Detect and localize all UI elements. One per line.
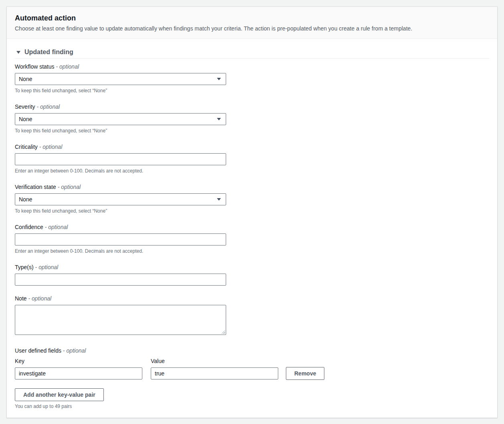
workflow-status-label: Workflow status - optional	[15, 63, 489, 70]
criticality-hint: Enter an integer between 0-100. Decimals…	[15, 168, 489, 174]
key-label: Key	[15, 358, 142, 365]
optional-tag: - optional	[58, 184, 81, 190]
remove-button[interactable]: Remove	[286, 367, 324, 380]
selected-value: None	[19, 116, 32, 122]
user-defined-fields-section: User defined fields - optional Key Value…	[15, 347, 489, 410]
field-label-text: Type(s)	[15, 264, 34, 270]
page-title: Automated action	[15, 14, 489, 22]
confidence-field: Confidence - optional Enter an integer b…	[15, 224, 489, 254]
panel-description: Choose at least one finding value to upd…	[15, 25, 489, 32]
updated-finding-expander[interactable]: Updated finding	[15, 49, 489, 56]
optional-tag: - optional	[36, 103, 60, 110]
field-label-text: Verification state	[15, 184, 56, 190]
criticality-label: Criticality - optional	[15, 144, 489, 150]
caret-down-icon	[217, 198, 221, 201]
note-textarea-wrap	[15, 305, 226, 335]
key-column: Key	[15, 358, 142, 379]
types-label: Type(s) - optional	[15, 264, 489, 271]
value-column: Value	[151, 358, 278, 379]
types-input[interactable]	[15, 274, 226, 286]
optional-tag: - optional	[28, 295, 51, 302]
field-label-text: Confidence	[15, 224, 43, 230]
panel-body: Updated finding Workflow status - option…	[7, 39, 497, 418]
severity-field: Severity - optional None To keep this fi…	[15, 103, 489, 134]
workflow-status-hint: To keep this field unchanged, select “No…	[15, 88, 489, 94]
optional-tag: - optional	[56, 63, 79, 70]
verification-state-hint: To keep this field unchanged, select “No…	[15, 208, 489, 214]
automated-action-panel: Automated action Choose at least one fin…	[6, 6, 498, 418]
note-textarea[interactable]	[15, 305, 226, 335]
panel-header: Automated action Choose at least one fin…	[7, 7, 497, 39]
confidence-input[interactable]	[15, 233, 226, 245]
severity-label: Severity - optional	[15, 103, 489, 110]
severity-hint: To keep this field unchanged, select “No…	[15, 128, 489, 134]
pairs-limit-hint: You can add up to 49 pairs	[15, 404, 489, 410]
workflow-status-field: Workflow status - optional None To keep …	[15, 63, 489, 94]
workflow-status-select[interactable]: None	[15, 73, 226, 85]
field-label-text: Workflow status	[15, 63, 55, 70]
caret-down-icon	[16, 51, 20, 54]
key-value-row: Key Value Remove	[15, 358, 489, 379]
criticality-input[interactable]	[15, 153, 226, 165]
key-input[interactable]	[15, 367, 142, 379]
page: { "panel": { "title": "Automated action"…	[0, 0, 504, 424]
verification-state-label: Verification state - optional	[15, 184, 489, 191]
value-input[interactable]	[151, 367, 278, 379]
field-label-text: User defined fields	[15, 347, 61, 354]
confidence-hint: Enter an integer between 0-100. Decimals…	[15, 248, 489, 254]
optional-tag: - optional	[45, 224, 68, 230]
verification-state-select[interactable]: None	[15, 193, 226, 205]
add-key-value-pair-button[interactable]: Add another key-value pair	[15, 388, 104, 401]
optional-tag: - optional	[63, 347, 86, 354]
section-divider	[15, 58, 489, 59]
types-field: Type(s) - optional	[15, 264, 489, 286]
selected-value: None	[19, 196, 32, 203]
caret-down-icon	[217, 78, 221, 80]
optional-tag: - optional	[35, 264, 59, 270]
field-label-text: Severity	[15, 103, 35, 110]
selected-value: None	[19, 76, 32, 82]
user-defined-fields-label: User defined fields - optional	[15, 347, 489, 354]
verification-state-field: Verification state - optional None To ke…	[15, 184, 489, 214]
optional-tag: - optional	[39, 144, 63, 150]
criticality-field: Criticality - optional Enter an integer …	[15, 144, 489, 174]
severity-select[interactable]: None	[15, 113, 226, 125]
value-label: Value	[151, 358, 278, 365]
caret-down-icon	[217, 118, 221, 120]
field-label-text: Criticality	[15, 144, 38, 150]
note-field: Note - optional	[15, 295, 489, 335]
confidence-label: Confidence - optional	[15, 224, 489, 231]
field-label-text: Note	[15, 295, 27, 302]
expander-title: Updated finding	[24, 49, 73, 56]
note-label: Note - optional	[15, 295, 489, 302]
